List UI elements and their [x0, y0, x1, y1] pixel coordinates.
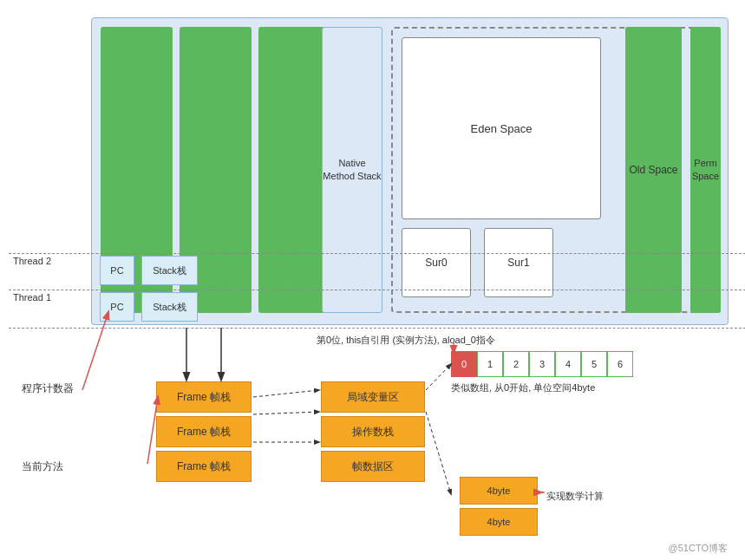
- frame-box-1: Frame 帧栈: [156, 381, 252, 413]
- perm-space: Perm Space: [690, 27, 721, 313]
- locals-area: 局域变量区 操作数栈 帧数据区: [321, 381, 425, 485]
- native-method-stack: Native Method Stack: [322, 27, 382, 313]
- eden-space: Eden Space: [402, 37, 601, 219]
- frame-box-2: Frame 帧栈: [156, 416, 252, 447]
- green-col-3: [258, 27, 330, 313]
- array-desc: 类似数组, 从0开始, 单位空间4byte: [451, 381, 595, 394]
- math-calc-label: 实现数学计算: [546, 490, 604, 503]
- frame-data-box: 帧数据区: [321, 451, 425, 482]
- sur0-space: Sur0: [402, 228, 471, 297]
- program-counter-label: 程序计数器: [22, 381, 74, 396]
- array-cell-6: 6: [607, 351, 633, 377]
- thread2-stack: Stack栈: [141, 256, 198, 285]
- diagram-container: Native Method Stack Eden Space Sur0 Sur1…: [9, 9, 736, 559]
- byte-box-2: 4byte: [460, 508, 538, 536]
- sur0-label: Sur0: [425, 257, 447, 269]
- array-cell-1: 1: [477, 351, 503, 377]
- array-cell-3: 3: [529, 351, 555, 377]
- perm-space-label: Perm Space: [690, 157, 721, 184]
- sur1-label: Sur1: [507, 257, 529, 269]
- frame-stack-area: Frame 帧栈 Frame 帧栈 Frame 帧栈: [156, 381, 252, 485]
- byte-container: 4byte 4byte: [460, 477, 538, 539]
- native-method-stack-label: Native Method Stack: [323, 157, 382, 184]
- svg-line-2: [253, 390, 319, 397]
- array-cell-5: 5: [581, 351, 607, 377]
- local-vars-box: 局域变量区: [321, 381, 425, 413]
- thread-bottom-divider: [9, 328, 745, 329]
- sur1-space: Sur1: [484, 228, 553, 297]
- thread2-pc: PC: [100, 256, 134, 285]
- svg-line-5: [426, 364, 451, 390]
- old-space: Old Space: [625, 27, 682, 313]
- frame-box-3: Frame 帧栈: [156, 451, 252, 482]
- thread1-stack: Stack栈: [141, 292, 198, 322]
- array-cell-4: 4: [555, 351, 581, 377]
- operand-stack-box: 操作数栈: [321, 416, 425, 447]
- thread1-row: PC Stack栈: [100, 290, 198, 324]
- thread1-pc: PC: [100, 292, 134, 322]
- svg-line-6: [426, 412, 451, 494]
- array-container: 0 1 2 3 4 5 6: [451, 351, 633, 377]
- this-ref-annotation: 第0位, this自引用 (实例方法), aload_0指令: [317, 334, 495, 347]
- eden-space-label: Eden Space: [471, 122, 533, 135]
- byte-box-1: 4byte: [460, 477, 538, 505]
- thread1-label: Thread 1: [13, 292, 51, 303]
- svg-line-3: [253, 412, 319, 414]
- watermark: @51CTO博客: [669, 542, 728, 555]
- array-cell-2: 2: [503, 351, 529, 377]
- thread2-label: Thread 2: [13, 256, 51, 266]
- array-cell-0: 0: [451, 351, 477, 377]
- current-method-label: 当前方法: [22, 459, 63, 474]
- thread2-row: PC Stack栈: [100, 253, 198, 288]
- old-space-label: Old Space: [629, 163, 677, 178]
